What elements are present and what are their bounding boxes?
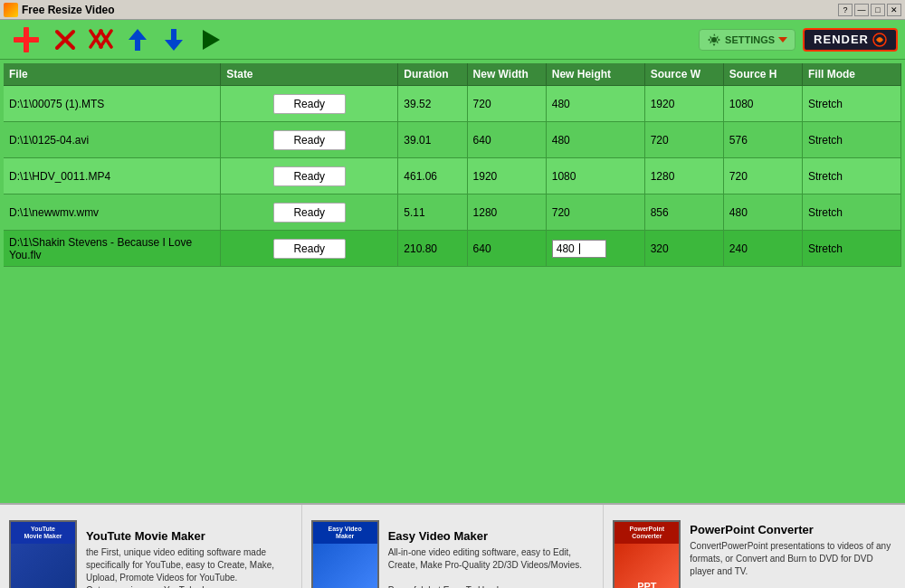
ad-youtube-desc: the First, unique video editing software… bbox=[86, 546, 292, 589]
ad-easy-title: Easy Video Maker bbox=[388, 529, 595, 543]
cell-new-width: 1920 bbox=[467, 158, 546, 194]
cell-source-w: 1280 bbox=[644, 158, 723, 194]
cell-source-w: 720 bbox=[644, 122, 723, 158]
cell-duration: 5.11 bbox=[398, 194, 467, 231]
svg-marker-10 bbox=[203, 30, 220, 50]
table-row[interactable]: D:\1\00075 (1).MTSReady39.52720480192010… bbox=[4, 86, 901, 122]
cell-new-width: 640 bbox=[467, 122, 546, 158]
close-button[interactable]: ✕ bbox=[887, 4, 901, 16]
cell-new-width: 1280 bbox=[467, 194, 546, 231]
cell-state[interactable]: Ready bbox=[221, 158, 398, 194]
maximize-button[interactable]: □ bbox=[871, 4, 885, 16]
cell-new-height[interactable]: 480 bbox=[546, 122, 644, 158]
cell-file: D:\1\newwmv.wmv bbox=[4, 194, 221, 231]
ad-easy-desc: All-in-one video editing software, easy … bbox=[388, 546, 595, 589]
col-header-new-height: New Height bbox=[546, 63, 644, 86]
cell-source-w: 856 bbox=[644, 194, 723, 231]
svg-point-11 bbox=[711, 37, 717, 43]
minimize-button[interactable]: — bbox=[854, 4, 869, 16]
window-controls[interactable]: ? — □ ✕ bbox=[838, 4, 901, 16]
cell-new-height[interactable]: 480 bbox=[546, 86, 644, 122]
col-header-source-w: Source W bbox=[644, 63, 723, 86]
cell-state[interactable]: Ready bbox=[221, 231, 398, 267]
cell-source-h: 240 bbox=[723, 231, 802, 267]
cell-new-width: 640 bbox=[467, 231, 546, 267]
cell-file: D:\1\00075 (1).MTS bbox=[4, 86, 221, 122]
cell-source-h: 1080 bbox=[723, 86, 802, 122]
cell-source-w: 1920 bbox=[644, 86, 723, 122]
cell-duration: 461.06 bbox=[398, 158, 467, 194]
svg-marker-9 bbox=[165, 29, 183, 51]
cell-source-w: 320 bbox=[644, 231, 723, 267]
cell-new-height[interactable]: 480 bbox=[546, 231, 644, 267]
svg-rect-1 bbox=[14, 37, 39, 43]
cell-file: D:\1\0125-04.avi bbox=[4, 122, 221, 158]
title-bar: Free Resize Video ? — □ ✕ bbox=[0, 0, 905, 20]
toolbar-right: SETTINGS RENDER bbox=[699, 28, 898, 52]
svg-marker-8 bbox=[129, 29, 147, 51]
svg-marker-12 bbox=[778, 37, 787, 43]
main-content: File State Duration New Width New Height… bbox=[0, 60, 905, 503]
cell-source-h: 720 bbox=[723, 158, 802, 194]
render-button[interactable]: RENDER bbox=[803, 28, 898, 52]
col-header-new-width: New Width bbox=[467, 63, 546, 86]
cell-fill-mode: Stretch bbox=[803, 122, 901, 158]
clear-button[interactable] bbox=[85, 24, 118, 56]
state-ready-button[interactable]: Ready bbox=[273, 130, 346, 150]
cell-fill-mode: Stretch bbox=[803, 231, 901, 267]
state-ready-button[interactable]: Ready bbox=[273, 239, 346, 259]
col-header-state: State bbox=[221, 63, 398, 86]
ad-easy-video-maker[interactable]: Easy VideoMaker 2D/3D Easy Video Maker A… bbox=[302, 505, 605, 588]
cell-new-height[interactable]: 720 bbox=[546, 194, 644, 231]
state-ready-button[interactable]: Ready bbox=[273, 203, 346, 223]
cell-state[interactable]: Ready bbox=[221, 194, 398, 231]
window-title: Free Resize Video bbox=[22, 4, 115, 16]
state-ready-button[interactable]: Ready bbox=[273, 94, 346, 114]
ad-youtube-movie-maker[interactable]: YouTuteMovie Maker ▶ YouTute Movie Maker… bbox=[0, 505, 302, 588]
cell-source-h: 480 bbox=[723, 194, 802, 231]
col-header-source-h: Source H bbox=[723, 63, 802, 86]
cell-duration: 210.80 bbox=[398, 231, 467, 267]
state-ready-button[interactable]: Ready bbox=[273, 166, 346, 186]
app-icon bbox=[4, 3, 18, 17]
cell-fill-mode: Stretch bbox=[803, 86, 901, 122]
height-edit-input[interactable]: 480 bbox=[552, 240, 606, 258]
move-up-button[interactable] bbox=[121, 24, 154, 56]
cell-state[interactable]: Ready bbox=[221, 86, 398, 122]
file-table: File State Duration New Width New Height… bbox=[4, 63, 901, 267]
col-header-duration: Duration bbox=[398, 63, 467, 86]
toolbar: SETTINGS RENDER bbox=[0, 20, 905, 60]
play-button[interactable] bbox=[194, 24, 226, 56]
move-down-button[interactable] bbox=[157, 24, 190, 56]
table-row[interactable]: D:\1\Shakin Stevens - Because I Love You… bbox=[4, 231, 901, 267]
ad-ppt-title: PowerPoint Converter bbox=[690, 523, 896, 536]
table-row[interactable]: D:\1\HDV_0011.MP4Ready461.06192010801280… bbox=[4, 158, 901, 194]
ad-powerpoint-converter[interactable]: PowerPointConverter PPTDVD PowerPoint Co… bbox=[604, 505, 905, 588]
settings-label: SETTINGS bbox=[725, 34, 775, 45]
cell-new-width: 720 bbox=[467, 86, 546, 122]
title-bar-left: Free Resize Video bbox=[4, 3, 115, 17]
cell-state[interactable]: Ready bbox=[221, 122, 398, 158]
ad-ppt-desc: ConvertPowerPoint presentations to video… bbox=[690, 540, 896, 589]
bottom-ads-section: YouTuteMovie Maker ▶ YouTute Movie Maker… bbox=[0, 503, 905, 588]
ad-easy-thumbnail: Easy VideoMaker 2D/3D bbox=[311, 520, 379, 589]
table-row[interactable]: D:\1\0125-04.aviReady39.01640480720576St… bbox=[4, 122, 901, 158]
table-header-row: File State Duration New Width New Height… bbox=[4, 63, 901, 86]
ad-youtube-title: YouTute Movie Maker bbox=[86, 529, 292, 543]
settings-button[interactable]: SETTINGS bbox=[699, 29, 795, 51]
cell-new-height[interactable]: 1080 bbox=[546, 158, 644, 194]
ad-ppt-text: PowerPoint Converter ConvertPowerPoint p… bbox=[690, 523, 896, 589]
ad-youtube-text: YouTute Movie Maker the First, unique vi… bbox=[86, 529, 292, 589]
ad-easy-text: Easy Video Maker All-in-one video editin… bbox=[388, 529, 595, 589]
help-button[interactable]: ? bbox=[838, 4, 853, 16]
cell-file: D:\1\HDV_0011.MP4 bbox=[4, 158, 221, 194]
add-button[interactable] bbox=[7, 22, 45, 58]
table-row[interactable]: D:\1\newwmv.wmvReady5.111280720856480Str… bbox=[4, 194, 901, 231]
ad-ppt-thumbnail: PowerPointConverter PPTDVD bbox=[613, 520, 681, 589]
cell-source-h: 576 bbox=[723, 122, 802, 158]
cell-file: D:\1\Shakin Stevens - Because I Love You… bbox=[4, 231, 221, 267]
remove-button[interactable] bbox=[49, 24, 81, 56]
col-header-file: File bbox=[4, 63, 221, 86]
cell-duration: 39.01 bbox=[398, 122, 467, 158]
render-label: RENDER bbox=[814, 33, 869, 46]
